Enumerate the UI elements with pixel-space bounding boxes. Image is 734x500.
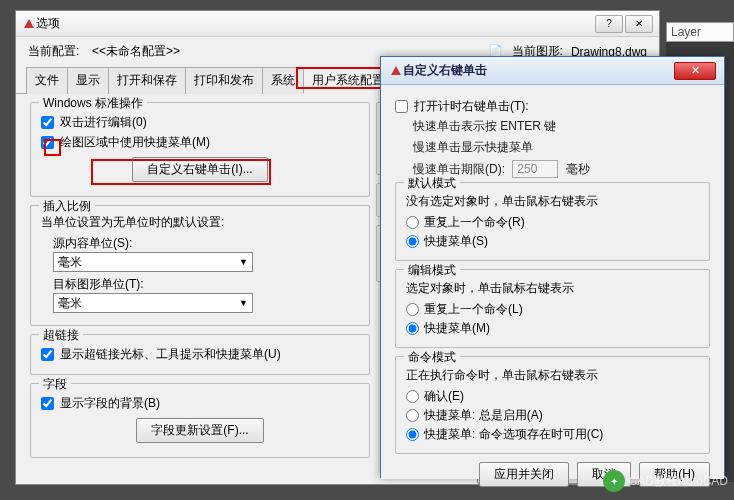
tab-open-save[interactable]: 打开和保存: [108, 67, 186, 94]
current-profile-value: <<未命名配置>>: [92, 43, 212, 60]
desc-fast: 快速单击表示按 ENTER 键: [413, 118, 710, 135]
tab-file[interactable]: 文件: [26, 67, 68, 94]
radio-default-repeat[interactable]: 重复上一个命令(R): [406, 214, 699, 231]
rightclick-dialog: 自定义右键单击 ✕ 打开计时右键单击(T): 快速单击表示按 ENTER 键 慢…: [380, 56, 725, 478]
chevron-down-icon: ▼: [239, 298, 248, 308]
radio-cmd-options[interactable]: 快捷菜单: 命令选项存在时可用(C): [406, 426, 699, 443]
btn-field-update[interactable]: 字段更新设置(F)...: [136, 418, 263, 443]
chevron-down-icon: ▼: [239, 257, 248, 267]
group-hyperlink: 超链接 显示超链接光标、工具提示和快捷菜单(U): [30, 334, 370, 375]
group-default-mode: 默认模式 没有选定对象时，单击鼠标右键表示 重复上一个命令(R) 快捷菜单(S): [395, 182, 710, 261]
tab-display[interactable]: 显示: [67, 67, 109, 94]
group-windows-std: Windows 标准操作 双击进行编辑(0) 绘图区域中使用快捷菜单(M) 自定…: [30, 102, 370, 197]
group-title-scale: 插入比例: [39, 198, 95, 215]
radio-edit-repeat[interactable]: 重复上一个命令(L): [406, 301, 699, 318]
radio-edit-menu[interactable]: 快捷菜单(M): [406, 320, 699, 337]
sub-titlebar: 自定义右键单击 ✕: [381, 57, 724, 85]
layer-dropdown[interactable]: Layer: [666, 22, 734, 42]
radio-default-menu[interactable]: 快捷菜单(S): [406, 233, 699, 250]
app-icon: [22, 17, 36, 31]
group-title-hyperlink: 超链接: [39, 327, 83, 344]
chk-dblclick-edit[interactable]: 双击进行编辑(0): [41, 114, 359, 131]
group-field: 字段 显示字段的背景(B) 字段更新设置(F)...: [30, 383, 370, 458]
src-unit-label: 源内容单位(S):: [53, 235, 359, 252]
radio-cmd-enter[interactable]: 确认(E): [406, 388, 699, 405]
tgt-unit-select[interactable]: 毫米▼: [53, 293, 253, 313]
options-titlebar: 选项 ? ✕: [16, 11, 659, 37]
chk-shortcut-menu[interactable]: 绘图区域中使用快捷菜单(M): [41, 134, 359, 151]
radio-cmd-always[interactable]: 快捷菜单: 总是启用(A): [406, 407, 699, 424]
sub-close-button[interactable]: ✕: [674, 62, 716, 80]
tgt-unit-label: 目标图形单位(T):: [53, 276, 359, 293]
btn-apply-close[interactable]: 应用并关闭: [479, 462, 569, 487]
group-title-field: 字段: [39, 376, 71, 393]
sub-title: 自定义右键单击: [403, 62, 674, 79]
group-command-mode: 命令模式 正在执行命令时，单击鼠标右键表示 确认(E) 快捷菜单: 总是启用(A…: [395, 356, 710, 454]
edit-desc: 选定对象时，单击鼠标右键表示: [406, 280, 699, 297]
duration-input[interactable]: 250: [512, 160, 558, 178]
chk-field-bg[interactable]: 显示字段的背景(B): [41, 395, 359, 412]
btn-customize-rightclick[interactable]: 自定义右键单击(I)...: [132, 157, 267, 182]
scale-note: 当单位设置为无单位时的默认设置:: [41, 214, 359, 231]
watermark: ✦ CAD教程AutoCAD: [603, 470, 728, 492]
tab-plot[interactable]: 打印和发布: [185, 67, 263, 94]
close-button[interactable]: ✕: [625, 15, 653, 33]
options-title: 选项: [36, 15, 595, 32]
app-icon: [389, 64, 403, 78]
group-insert-scale: 插入比例 当单位设置为无单位时的默认设置: 源内容单位(S): 毫米▼ 目标图形…: [30, 205, 370, 326]
chk-hyperlink[interactable]: 显示超链接光标、工具提示和快捷菜单(U): [41, 346, 359, 363]
chk-timed-rightclick[interactable]: 打开计时右键单击(T):: [395, 98, 710, 115]
group-title-windows: Windows 标准操作: [39, 95, 147, 112]
help-button[interactable]: ?: [595, 15, 623, 33]
desc-slow: 慢速单击显示快捷菜单: [413, 139, 710, 156]
current-profile-label: 当前配置:: [28, 43, 84, 60]
group-edit-mode: 编辑模式 选定对象时，单击鼠标右键表示 重复上一个命令(L) 快捷菜单(M): [395, 269, 710, 348]
src-unit-select[interactable]: 毫米▼: [53, 252, 253, 272]
tab-system[interactable]: 系统: [262, 67, 304, 94]
wechat-icon: ✦: [603, 470, 625, 492]
default-desc: 没有选定对象时，单击鼠标右键表示: [406, 193, 699, 210]
cmd-desc: 正在执行命令时，单击鼠标右键表示: [406, 367, 699, 384]
